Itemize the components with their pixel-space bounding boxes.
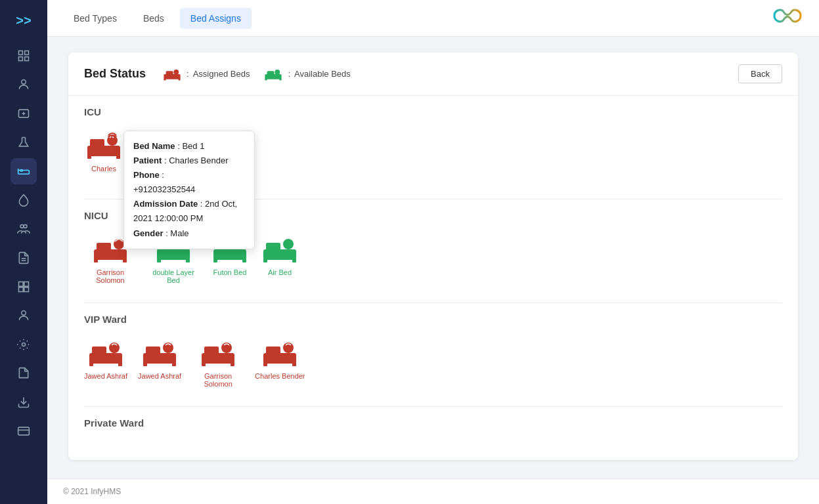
sidebar-item-billing[interactable] xyxy=(11,418,37,444)
bed-item-tel[interactable]: tel xyxy=(134,131,173,180)
svg-rect-77 xyxy=(172,362,176,366)
section-vip: VIP Ward xyxy=(68,303,798,406)
bed-icon-assigned-2 xyxy=(134,131,173,162)
sidebar-toggle[interactable]: >> xyxy=(16,7,31,40)
sidebar-item-download[interactable] xyxy=(11,389,37,415)
svg-rect-70 xyxy=(92,346,106,354)
bed-label-futon: Futon Bed xyxy=(213,268,247,276)
svg-rect-16 xyxy=(19,287,24,292)
svg-point-11 xyxy=(24,224,27,228)
svg-rect-39 xyxy=(140,139,154,147)
svg-rect-45 xyxy=(194,155,198,159)
svg-rect-82 xyxy=(231,362,234,366)
svg-rect-0 xyxy=(19,51,23,55)
svg-rect-48 xyxy=(94,249,127,260)
bed-icon-available xyxy=(190,131,230,162)
bed-label-garrison-nicu: Garrison Solomon xyxy=(84,268,137,284)
svg-point-19 xyxy=(22,343,26,346)
svg-rect-59 xyxy=(213,249,246,260)
sidebar-item-beds[interactable] xyxy=(11,158,37,184)
svg-rect-40 xyxy=(137,155,141,159)
svg-rect-58 xyxy=(157,247,190,251)
svg-rect-87 xyxy=(292,362,296,366)
card-title: Bed Status xyxy=(84,67,146,81)
bed-item-jawed-2[interactable]: Jawed Ashraf xyxy=(138,338,181,388)
svg-rect-17 xyxy=(24,287,29,292)
tab-beds[interactable]: Beds xyxy=(133,8,175,29)
sidebar-item-patients[interactable] xyxy=(11,72,37,98)
bed-label-jawed-2: Jawed Ashraf xyxy=(138,372,181,380)
main-area: Bed Types Beds Bed Assigns Bed Status xyxy=(47,0,819,504)
svg-rect-51 xyxy=(123,259,127,262)
bed-icon-jawed-2 xyxy=(140,338,179,369)
svg-rect-69 xyxy=(89,353,122,364)
bed-item-charles[interactable]: Charles Bed Name : Bed 1 Patient : Charl… xyxy=(84,131,123,180)
card-header: Bed Status : Assigned Beds xyxy=(68,52,798,96)
legend-available-label: Available Beds xyxy=(294,69,351,79)
svg-rect-34 xyxy=(90,139,104,147)
svg-rect-64 xyxy=(263,249,296,260)
sidebar-item-blood[interactable] xyxy=(11,187,37,213)
svg-rect-1 xyxy=(25,51,29,55)
svg-rect-36 xyxy=(116,155,120,159)
sidebar-item-settings[interactable] xyxy=(11,360,37,387)
svg-rect-86 xyxy=(263,362,267,366)
tab-bed-assigns[interactable]: Bed Assigns xyxy=(180,8,252,29)
svg-rect-66 xyxy=(263,259,267,262)
sidebar-item-user[interactable] xyxy=(11,303,37,329)
bed-item-single-layer[interactable]: Single Layer Bed xyxy=(184,131,236,180)
svg-point-63 xyxy=(233,239,244,249)
private-bed-grid xyxy=(84,436,782,450)
svg-rect-72 xyxy=(118,362,122,366)
back-button[interactable]: Back xyxy=(738,64,782,83)
bed-item-double-layer[interactable]: double Layer Bed xyxy=(147,234,200,284)
legend-assigned-label: Assigned Beds xyxy=(193,69,250,79)
svg-rect-44 xyxy=(196,139,211,147)
bed-item-garrison-nicu[interactable]: Garrison Solomon xyxy=(84,234,137,284)
bed-item-jawed-1[interactable]: Jawed Ashraf xyxy=(84,338,127,388)
bed-status-card: Bed Status : Assigned Beds xyxy=(68,52,798,460)
bed-item-air[interactable]: Air Bed xyxy=(260,234,299,284)
svg-rect-84 xyxy=(263,353,296,364)
bed-item-garrison-vip[interactable]: Garrison Solomon xyxy=(192,338,244,388)
svg-rect-80 xyxy=(204,346,219,354)
svg-rect-53 xyxy=(157,249,190,260)
sidebar-item-roles[interactable] xyxy=(11,331,37,358)
bed-legend: : Assigned Beds : Available Be xyxy=(162,67,351,81)
svg-rect-75 xyxy=(146,346,160,354)
svg-rect-50 xyxy=(94,259,98,262)
svg-rect-33 xyxy=(87,146,120,156)
nicu-bed-grid: Garrison Solomon xyxy=(84,229,782,292)
bed-item-futon[interactable]: Futon Bed xyxy=(210,234,250,284)
legend-assigned: : Assigned Beds xyxy=(162,67,250,81)
svg-rect-60 xyxy=(216,243,231,251)
svg-point-32 xyxy=(275,69,280,74)
svg-point-68 xyxy=(283,239,294,249)
svg-rect-29 xyxy=(267,71,275,75)
svg-rect-61 xyxy=(213,259,217,262)
svg-rect-62 xyxy=(242,259,246,262)
sidebar-item-lab[interactable] xyxy=(11,129,37,156)
sidebar-item-dashboard[interactable] xyxy=(11,43,37,69)
sidebar-item-staff[interactable] xyxy=(11,216,37,242)
bed-item-charles-vip[interactable]: Charles Bender xyxy=(255,338,305,388)
svg-rect-41 xyxy=(166,155,170,159)
section-icu-title: ICU xyxy=(84,106,782,117)
sidebar-item-pharmacy[interactable] xyxy=(11,100,37,127)
bed-icon-garrison-vip xyxy=(198,338,238,369)
sidebar-item-modules[interactable] xyxy=(11,274,37,300)
tab-bed-types[interactable]: Bed Types xyxy=(63,8,127,29)
svg-rect-43 xyxy=(194,146,227,156)
svg-rect-49 xyxy=(97,243,111,251)
page-content: Bed Status : Assigned Beds xyxy=(47,37,819,478)
bed-label-single-layer: Single Layer Bed xyxy=(184,165,236,180)
legend-available-colon: : xyxy=(288,69,290,79)
section-private-title: Private Ward xyxy=(84,417,782,429)
top-navigation: Bed Types Beds Bed Assigns xyxy=(47,0,819,37)
svg-rect-55 xyxy=(157,259,161,262)
sidebar-item-report[interactable] xyxy=(11,245,37,271)
footer-text: © 2021 InfyHMS xyxy=(63,487,121,496)
svg-point-18 xyxy=(22,311,26,316)
svg-rect-38 xyxy=(137,146,170,156)
bed-label-charles-vip: Charles Bender xyxy=(255,372,305,380)
